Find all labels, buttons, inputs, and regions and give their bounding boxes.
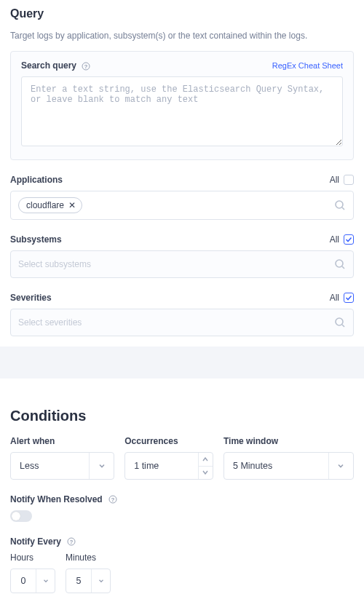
severities-all-checkbox[interactable]: [344, 293, 354, 303]
chip-remove-icon[interactable]: ✕: [68, 201, 76, 210]
svg-point-2: [336, 201, 343, 208]
conditions-title: Conditions: [10, 408, 354, 424]
search-query-label: Search query ?: [21, 60, 90, 71]
notify-resolved-toggle[interactable]: [10, 510, 32, 522]
search-icon: [334, 258, 346, 270]
application-chip: cloudflare ✕: [18, 197, 82, 213]
chevron-down-icon[interactable]: [89, 453, 114, 479]
time-window-field: Time window 5 Minutes: [223, 436, 354, 480]
svg-text:?: ?: [70, 539, 74, 545]
subsystems-placeholder: Select subsystems: [18, 259, 91, 269]
section-divider: [0, 346, 364, 379]
severities-combobox[interactable]: Select severities: [10, 309, 354, 336]
svg-text:?: ?: [111, 496, 114, 503]
time-window-select[interactable]: 5 Minutes: [223, 452, 354, 480]
chevron-down-icon[interactable]: [36, 569, 55, 593]
svg-point-4: [336, 260, 343, 267]
occurrences-field: Occurrences 1 time: [124, 436, 213, 480]
svg-line-7: [342, 325, 344, 327]
search-query-input[interactable]: [21, 76, 343, 146]
subsystems-all-checkbox[interactable]: [344, 234, 354, 245]
applications-label: Applications: [10, 175, 63, 185]
alert-when-field: Alert when Less: [10, 436, 114, 480]
query-title: Query: [10, 7, 354, 20]
minutes-field: Minutes 5: [66, 552, 111, 593]
search-query-box: Search query ? RegEx Cheat Sheet: [10, 51, 354, 160]
subsystems-field: Subsystems All Select subsystems: [10, 234, 354, 278]
alert-when-select[interactable]: Less: [10, 452, 114, 480]
hours-value: 0: [11, 569, 36, 593]
stepper-up-icon[interactable]: [199, 453, 213, 467]
applications-combobox[interactable]: cloudflare ✕: [10, 191, 354, 220]
chip-label: cloudflare: [26, 200, 64, 210]
svg-line-3: [342, 207, 344, 210]
severities-placeholder: Select severities: [18, 317, 82, 328]
applications-all-checkbox[interactable]: [344, 175, 354, 185]
query-section: Query Target logs by application, subsys…: [0, 0, 364, 346]
applications-all-label: All: [330, 175, 339, 185]
time-window-value: 5 Minutes: [224, 453, 328, 479]
alert-when-label: Alert when: [10, 436, 114, 446]
alert-when-value: Less: [11, 453, 89, 479]
occurrences-stepper[interactable]: 1 time: [124, 452, 213, 480]
svg-point-6: [336, 318, 343, 325]
hours-label: Hours: [10, 552, 55, 563]
stepper-down-icon[interactable]: [199, 467, 213, 480]
svg-text:?: ?: [84, 63, 88, 70]
notify-every-label: Notify Every: [10, 536, 61, 547]
subsystems-combobox[interactable]: Select subsystems: [10, 250, 354, 278]
svg-line-5: [342, 266, 344, 269]
conditions-section: Conditions Alert when Less Occurrences 1…: [0, 379, 364, 603]
notify-every-field: Notify Every ? Hours 0 Minutes 5: [10, 536, 354, 593]
notify-resolved-field: Notify When Resolved ?: [10, 494, 354, 522]
severities-field: Severities All Select severities: [10, 293, 354, 336]
time-window-label: Time window: [223, 436, 354, 446]
minutes-value: 5: [66, 569, 91, 593]
help-icon[interactable]: ?: [108, 495, 117, 504]
search-icon: [334, 199, 346, 211]
help-icon[interactable]: ?: [67, 537, 76, 546]
severities-all-label: All: [330, 293, 339, 303]
subsystems-all-label: All: [330, 234, 339, 245]
chevron-down-icon[interactable]: [328, 453, 353, 479]
applications-field: Applications All cloudflare ✕: [10, 175, 354, 220]
query-subtitle: Target logs by application, subsystem(s)…: [10, 31, 354, 41]
chevron-down-icon[interactable]: [91, 569, 110, 593]
hours-field: Hours 0: [10, 552, 55, 593]
subsystems-label: Subsystems: [10, 234, 62, 245]
search-icon: [334, 317, 346, 328]
regex-cheat-sheet-link[interactable]: RegEx Cheat Sheet: [272, 61, 343, 70]
hours-select[interactable]: 0: [10, 569, 55, 593]
severities-label: Severities: [10, 293, 52, 303]
occurrences-value: 1 time: [125, 453, 198, 479]
minutes-select[interactable]: 5: [66, 569, 111, 593]
help-icon[interactable]: ?: [82, 62, 90, 71]
minutes-label: Minutes: [66, 552, 111, 563]
notify-resolved-label: Notify When Resolved: [10, 494, 103, 504]
occurrences-label: Occurrences: [124, 436, 213, 446]
